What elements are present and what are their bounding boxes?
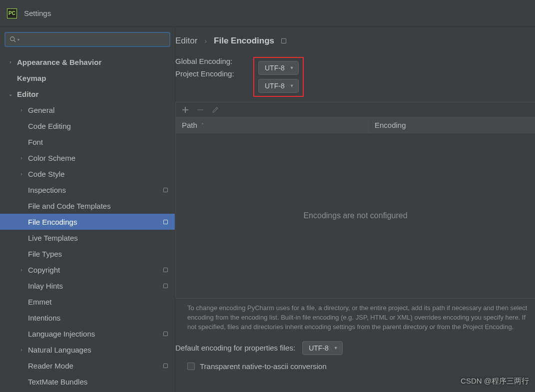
chevron-right-icon: ›: [18, 347, 25, 353]
sidebar-item-label: Appearance & Behavior: [17, 58, 168, 66]
project-encoding-dropdown[interactable]: UTF-8 ▼: [258, 79, 299, 93]
app-logo-icon: PC: [7, 8, 17, 18]
breadcrumb-current: File Encodings: [214, 36, 274, 46]
properties-encoding-dropdown[interactable]: UTF-8 ▼: [302, 341, 343, 355]
sidebar-item-general[interactable]: ›General: [0, 102, 175, 118]
sidebar-item-label: TextMate Bundles: [28, 378, 168, 386]
sidebar-item-label: General: [28, 106, 168, 114]
sidebar-item-file-types[interactable]: File Types: [0, 246, 175, 262]
sidebar-item-intentions[interactable]: Intentions: [0, 310, 175, 326]
table-header: Path ˄ Encoding: [176, 117, 535, 133]
chevron-right-icon: ›: [18, 171, 25, 177]
modified-indicator-icon: [163, 220, 168, 224]
remove-icon[interactable]: [197, 106, 204, 113]
properties-encoding-value: UTF-8: [309, 344, 329, 352]
table-empty-text: Encodings are not configured: [303, 211, 407, 220]
sidebar-item-language-injections[interactable]: Language Injections: [0, 326, 175, 342]
sidebar-item-editor[interactable]: ⌄Editor: [0, 86, 175, 102]
sidebar-item-file-and-code-templates[interactable]: File and Code Templates: [0, 198, 175, 214]
svg-point-0: [10, 37, 14, 41]
project-encoding-label: Project Encoding:: [175, 69, 253, 78]
sort-asc-icon: ˄: [201, 122, 204, 128]
sidebar-item-textmate-bundles[interactable]: TextMate Bundles: [0, 374, 175, 390]
sidebar-item-label: Copyright: [28, 266, 163, 274]
modified-indicator-icon: [163, 268, 168, 272]
sidebar-item-label: Live Templates: [28, 234, 168, 242]
sidebar-item-appearance-behavior[interactable]: ›Appearance & Behavior: [0, 54, 175, 70]
settings-tree: ›Appearance & BehaviorKeymap⌄Editor›Gene…: [0, 52, 175, 392]
global-encoding-dropdown[interactable]: UTF-8 ▼: [258, 61, 299, 75]
sidebar-item-label: Editor: [17, 90, 168, 98]
transparent-checkbox[interactable]: [187, 363, 195, 370]
search-history-icon[interactable]: ▾: [17, 37, 19, 42]
sidebar-item-code-style[interactable]: ›Code Style: [0, 166, 175, 182]
titlebar: PC Settings: [0, 0, 535, 27]
sidebar-item-label: Keymap: [17, 74, 168, 82]
sidebar-item-label: Code Editing: [28, 122, 168, 130]
chevron-right-icon: ›: [18, 267, 25, 273]
sidebar-item-label: Color Scheme: [28, 154, 168, 162]
breadcrumb-root[interactable]: Editor: [175, 36, 197, 46]
encodings-table: Path ˄ Encoding Encodings are not config…: [175, 102, 535, 299]
modified-indicator-icon: [163, 364, 168, 368]
sidebar-item-file-encodings[interactable]: File Encodings: [0, 214, 175, 230]
main-area: ▾ ›Appearance & BehaviorKeymap⌄Editor›Ge…: [0, 27, 535, 392]
svg-line-1: [14, 40, 16, 42]
sidebar: ▾ ›Appearance & BehaviorKeymap⌄Editor›Ge…: [0, 27, 175, 392]
column-encoding-label: Encoding: [375, 121, 406, 129]
sidebar-item-copyright[interactable]: ›Copyright: [0, 262, 175, 278]
chevron-down-icon: ⌄: [7, 91, 14, 97]
sidebar-item-label: Code Style: [28, 170, 168, 178]
sidebar-item-color-scheme[interactable]: ›Color Scheme: [0, 150, 175, 166]
table-toolbar: [176, 102, 535, 117]
sidebar-item-inlay-hints[interactable]: Inlay Hints: [0, 278, 175, 294]
breadcrumb: Editor › File Encodings: [175, 36, 535, 46]
search-icon: [9, 36, 16, 43]
dropdown-arrow-icon: ▼: [334, 346, 338, 351]
column-path-label: Path: [182, 121, 197, 129]
edit-icon[interactable]: [212, 106, 219, 113]
sidebar-item-label: File and Code Templates: [28, 202, 168, 210]
sidebar-item-label: Reader Mode: [28, 362, 163, 370]
column-header-path[interactable]: Path ˄: [176, 117, 369, 133]
column-header-encoding[interactable]: Encoding: [369, 117, 535, 133]
settings-title: Settings: [24, 9, 51, 17]
dropdown-arrow-icon: ▼: [290, 65, 294, 70]
sidebar-item-font[interactable]: Font: [0, 134, 175, 150]
content-panel: Editor › File Encodings Global Encoding:…: [175, 27, 535, 392]
sidebar-item-emmet[interactable]: Emmet: [0, 294, 175, 310]
chevron-right-icon: ›: [18, 155, 25, 161]
chevron-right-icon: ›: [18, 107, 25, 113]
highlight-box: UTF-8 ▼ UTF-8 ▼: [253, 57, 304, 97]
sidebar-item-label: Font: [28, 138, 168, 146]
chevron-right-icon: ›: [7, 59, 14, 65]
modified-indicator-icon: [163, 188, 168, 192]
sidebar-item-label: Intentions: [28, 314, 168, 322]
sidebar-item-label: File Types: [28, 250, 168, 258]
dropdown-arrow-icon: ▼: [290, 83, 294, 88]
transparent-label: Transparent native-to-ascii conversion: [200, 362, 327, 371]
sidebar-item-code-editing[interactable]: Code Editing: [0, 118, 175, 134]
sidebar-item-label: Language Injections: [28, 330, 163, 338]
project-settings-icon: [281, 38, 286, 43]
breadcrumb-separator-icon: ›: [204, 37, 207, 45]
help-text: To change encoding PyCharm uses for a fi…: [175, 299, 535, 338]
modified-indicator-icon: [163, 332, 168, 336]
sidebar-item-inspections[interactable]: Inspections: [0, 182, 175, 198]
global-encoding-value: UTF-8: [265, 64, 285, 72]
sidebar-item-label: Inspections: [28, 186, 163, 194]
search-input-wrap[interactable]: ▾: [4, 32, 170, 47]
sidebar-item-label: Inlay Hints: [28, 282, 163, 290]
sidebar-item-live-templates[interactable]: Live Templates: [0, 230, 175, 246]
search-input[interactable]: [22, 35, 165, 43]
sidebar-item-label: Natural Languages: [28, 346, 168, 354]
sidebar-item-label: Emmet: [28, 298, 168, 306]
sidebar-item-natural-languages[interactable]: ›Natural Languages: [0, 342, 175, 358]
global-encoding-label: Global Encoding:: [175, 57, 253, 65]
modified-indicator-icon: [163, 284, 168, 288]
sidebar-item-reader-mode[interactable]: Reader Mode: [0, 358, 175, 374]
add-icon[interactable]: [182, 106, 189, 113]
project-encoding-value: UTF-8: [265, 82, 285, 90]
sidebar-item-keymap[interactable]: Keymap: [0, 70, 175, 86]
table-empty-body: Encodings are not configured: [176, 133, 535, 298]
